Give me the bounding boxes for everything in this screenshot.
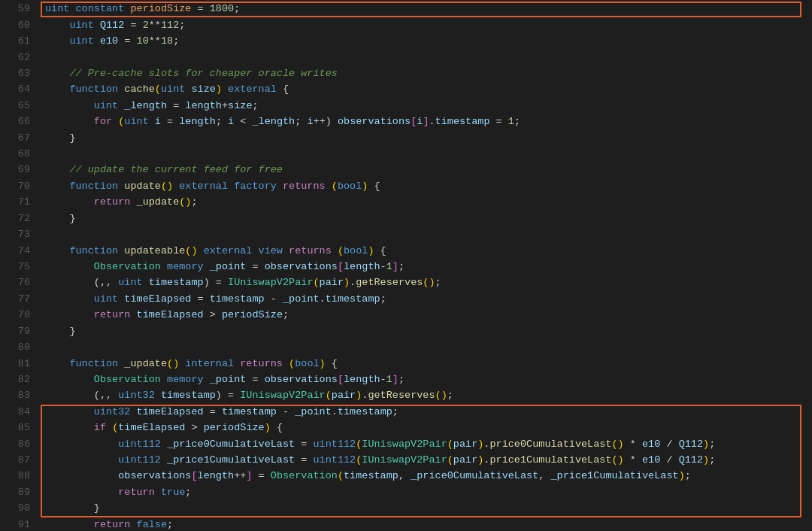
code-line-80 [45, 340, 812, 356]
code-line-88: observations[length++] = Observation(tim… [45, 469, 812, 484]
line-numbers: 59 60 61 62 63 64 65 66 67 68 69 70 71 7… [0, 0, 39, 531]
code-line-91: return false; [45, 517, 812, 532]
highlighted-block: uint32 timeElapsed = timestamp - _point.… [45, 405, 812, 517]
code-line-87: uint112 _price1CumulativeLast = uint112(… [45, 453, 812, 469]
code-line-66: for (uint i = length; i < _length; i++) … [45, 114, 812, 130]
code-line-62 [45, 50, 812, 65]
code-line-72: } [45, 211, 812, 226]
code-line-71: return _update(); [45, 195, 812, 211]
code-line-79: } [45, 323, 812, 339]
code-line-74: function updateable() external view retu… [45, 243, 812, 259]
code-line-84: uint32 timeElapsed = timestamp - _point.… [45, 405, 812, 420]
code-line-65: uint _length = length+size; [45, 99, 812, 114]
code-line-59: uint constant periodSize = 1800; [45, 2, 812, 17]
code-line-70: function update() external factory retur… [45, 179, 812, 195]
code-line-78: return timeElapsed > periodSize; [45, 308, 812, 323]
code-line-90: } [45, 501, 812, 517]
code-line-73 [45, 227, 812, 243]
code-area: uint constant periodSize = 1800; uint Q1… [39, 0, 812, 531]
code-line-60: uint Q112 = 2**112; [45, 17, 812, 33]
code-line-61: uint e10 = 10**18; [45, 34, 812, 50]
code-line-63: // Pre-cache slots for cheaper oracle wr… [45, 66, 812, 82]
code-line-69: // update the current feed for free [45, 162, 812, 178]
code-editor: 59 60 61 62 63 64 65 66 67 68 69 70 71 7… [0, 0, 812, 531]
code-line-67: } [45, 130, 812, 146]
code-line-89: return true; [45, 485, 812, 501]
code-line-68 [45, 147, 812, 162]
code-line-86: uint112 _price0CumulativeLast = uint112(… [45, 436, 812, 452]
code-line-83: (,, uint32 timestamp) = IUniswapV2Pair(p… [45, 388, 812, 404]
code-line-64: function cache(uint size) external { [45, 82, 812, 98]
code-line-82: Observation memory _point = observations… [45, 372, 812, 388]
code-line-77: uint timeElapsed = timestamp - _point.ti… [45, 292, 812, 308]
code-line-81: function _update() internal returns (boo… [45, 356, 812, 372]
code-line-76: (,, uint timestamp) = IUniswapV2Pair(pai… [45, 275, 812, 291]
code-line-75: Observation memory _point = observations… [45, 259, 812, 275]
code-line-85: if (timeElapsed > periodSize) { [45, 420, 812, 436]
